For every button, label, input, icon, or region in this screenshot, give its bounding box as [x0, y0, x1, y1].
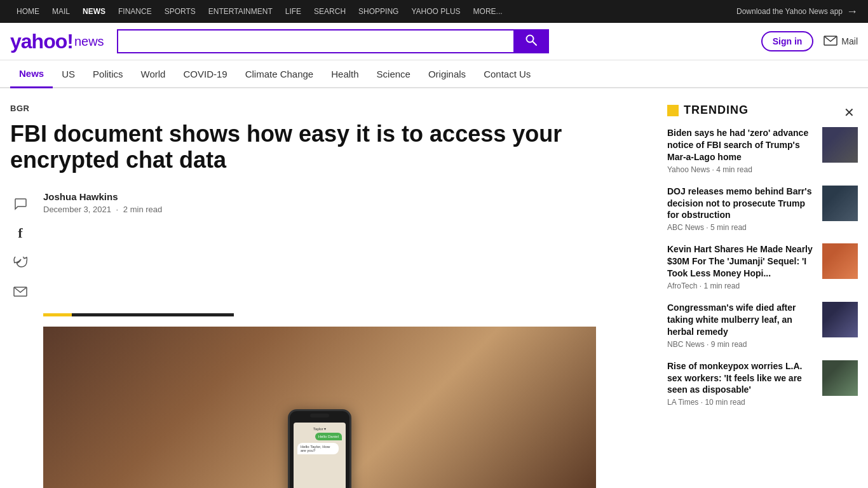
search-button[interactable] — [513, 29, 549, 53]
trending-headline: Rise of monkeypox worries L.A. sex worke… — [667, 360, 815, 396]
sec-nav-contact-us[interactable]: Contact Us — [475, 61, 539, 87]
sign-in-button[interactable]: Sign in — [761, 31, 814, 51]
trending-item-text: Biden says he had 'zero' advance notice … — [667, 127, 815, 174]
top-nav-more[interactable]: MORE... — [467, 0, 509, 23]
trending-source: Yahoo News · 4 min read — [667, 165, 815, 174]
top-nav-finance[interactable]: FINANCE — [112, 0, 158, 23]
social-icons: f — [10, 194, 31, 302]
top-nav-links: HOME MAIL NEWS FINANCE SPORTS ENTERTAINM… — [10, 0, 509, 23]
trending-header: TRENDING — [667, 104, 858, 117]
mail-label: Mail — [841, 36, 858, 46]
article-date: December 3, 2021 · 2 min read — [43, 205, 162, 214]
top-nav-sports[interactable]: SPORTS — [158, 0, 202, 23]
svg-line-1 — [532, 41, 536, 45]
author-name: Joshua Hawkins — [43, 191, 162, 202]
progress-bar-background — [43, 313, 234, 316]
sec-nav-climate-change[interactable]: Climate Change — [236, 61, 323, 87]
trending-title: TRENDING — [684, 104, 749, 117]
trending-thumbnail — [822, 243, 858, 279]
secondary-navigation: News US Politics World COVID-19 Climate … — [0, 60, 868, 88]
trending-headline: Kevin Hart Shares He Made Nearly $30M Fo… — [667, 243, 815, 280]
top-nav-shopping[interactable]: SHOPPING — [352, 0, 405, 23]
sec-nav-health[interactable]: Health — [322, 61, 367, 87]
top-nav-news[interactable]: NEWS — [76, 0, 112, 23]
trending-item-text: Rise of monkeypox worries L.A. sex worke… — [667, 360, 815, 407]
search-bar — [117, 29, 549, 53]
close-sidebar-button[interactable]: ✕ — [840, 104, 858, 121]
top-nav-mail[interactable]: MAIL — [46, 0, 76, 23]
article-meta-row: f Joshua Hawkins December 3, 2021 — [10, 191, 648, 302]
trending-item[interactable]: Congressman's wife died after taking whi… — [667, 302, 858, 349]
header-right: Sign in Mail — [761, 31, 858, 51]
trending-thumbnail — [822, 302, 858, 337]
trending-headline: DOJ releases memo behind Barr's decision… — [667, 186, 815, 222]
article-source: BGR — [10, 104, 648, 113]
top-navigation: HOME MAIL NEWS FINANCE SPORTS ENTERTAINM… — [0, 0, 868, 23]
email-share-icon[interactable] — [10, 281, 31, 302]
download-app-link[interactable]: Download the Yahoo News app → — [736, 5, 858, 18]
sec-nav-science[interactable]: Science — [368, 61, 419, 87]
trending-thumbnail — [822, 127, 858, 163]
trending-item[interactable]: Rise of monkeypox worries L.A. sex worke… — [667, 360, 858, 407]
sec-nav-world[interactable]: World — [132, 61, 175, 87]
trending-item-text: Congressman's wife died after taking whi… — [667, 302, 815, 349]
trending-item-text: Kevin Hart Shares He Made Nearly $30M Fo… — [667, 243, 815, 290]
article-title: FBI document shows how easy it is to acc… — [10, 121, 563, 173]
top-nav-entertainment[interactable]: ENTERTAINMENT — [202, 0, 279, 23]
progress-bar-fill — [43, 313, 72, 316]
article-meta: Joshua Hawkins December 3, 2021 · 2 min … — [43, 191, 162, 214]
comment-icon[interactable] — [10, 194, 31, 214]
site-logo[interactable]: yahoo!news — [10, 30, 104, 53]
main-layout: BGR FBI document shows how easy it is to… — [0, 88, 868, 488]
top-nav-search[interactable]: SEARCH — [308, 0, 352, 23]
news-logo-text: news — [74, 34, 104, 49]
article-area: BGR FBI document shows how easy it is to… — [10, 104, 648, 488]
sec-nav-news[interactable]: News — [10, 60, 53, 88]
trending-headline: Congressman's wife died after taking whi… — [667, 302, 815, 338]
sec-nav-us[interactable]: US — [53, 61, 84, 87]
download-app-text: Download the Yahoo News app — [736, 7, 843, 16]
sec-nav-politics[interactable]: Politics — [84, 61, 132, 87]
sec-nav-originals[interactable]: Originals — [419, 61, 475, 87]
trending-source: NBC News · 9 min read — [667, 340, 815, 349]
mail-link[interactable]: Mail — [824, 36, 858, 48]
article-image: Taylor ▾ Hello Daniel Hello Taylor, How … — [43, 327, 596, 488]
trending-item[interactable]: Biden says he had 'zero' advance notice … — [667, 127, 858, 174]
yahoo-logo-text: yahoo! — [10, 30, 73, 53]
article-image-wrapper: Taylor ▾ Hello Daniel Hello Taylor, How … — [43, 327, 596, 488]
site-header: yahoo!news Sign in Mail — [0, 23, 868, 60]
top-nav-life[interactable]: LIFE — [279, 0, 308, 23]
top-nav-yahooplus[interactable]: YAHOO PLUS — [405, 0, 466, 23]
trending-headline: Biden says he had 'zero' advance notice … — [667, 127, 815, 163]
twitter-icon[interactable] — [10, 252, 31, 273]
trending-source: ABC News · 5 min read — [667, 223, 815, 232]
arrow-icon: → — [846, 5, 858, 18]
mail-icon — [824, 36, 837, 48]
search-input[interactable] — [117, 29, 513, 53]
trending-icon — [667, 105, 679, 116]
trending-thumbnail — [822, 186, 858, 221]
trending-thumbnail — [822, 360, 858, 396]
facebook-icon[interactable]: f — [10, 223, 31, 243]
trending-item[interactable]: DOJ releases memo behind Barr's decision… — [667, 186, 858, 233]
search-icon — [525, 34, 538, 50]
trending-source: AfroTech · 1 min read — [667, 281, 815, 290]
reading-progress-bar — [43, 313, 648, 316]
trending-item[interactable]: Kevin Hart Shares He Made Nearly $30M Fo… — [667, 243, 858, 290]
trending-item-text: DOJ releases memo behind Barr's decision… — [667, 186, 815, 233]
sidebar: ✕ TRENDING Biden says he had 'zero' adva… — [667, 104, 858, 488]
trending-source: LA Times · 10 min read — [667, 398, 815, 407]
top-nav-home[interactable]: HOME — [10, 0, 46, 23]
sec-nav-covid19[interactable]: COVID-19 — [174, 61, 236, 87]
